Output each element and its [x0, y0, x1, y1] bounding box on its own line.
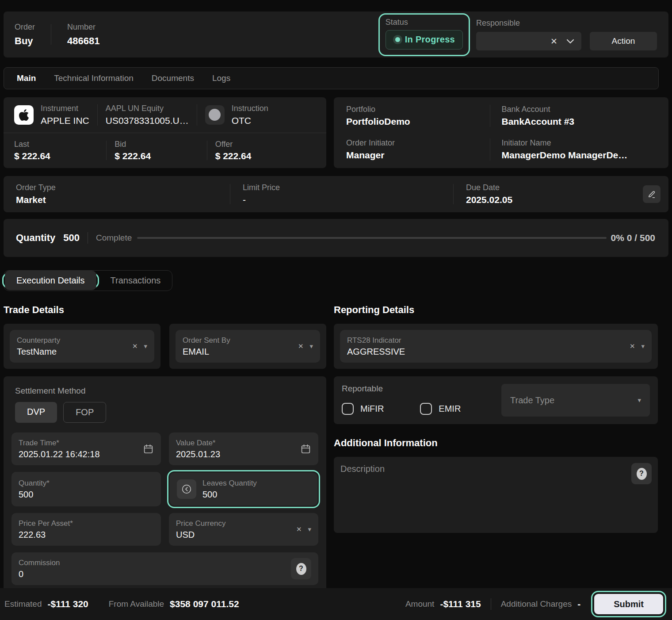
number-label: Number: [67, 23, 99, 32]
calendar-icon[interactable]: [143, 444, 154, 455]
portfolio-group: Portfolio PortfolioDemo: [346, 105, 501, 127]
price-per-asset-value: 222.63: [19, 530, 154, 540]
settlement-option-fop[interactable]: FOP: [63, 402, 106, 423]
order-side-value: Buy: [15, 35, 35, 47]
instruction-group: Instruction OTC: [232, 104, 268, 126]
clear-icon[interactable]: ✕: [630, 342, 635, 350]
reporting-details-column: Reporting Details RTS28 Indicator AGGRES…: [334, 304, 658, 593]
responsible-select[interactable]: ✕: [476, 32, 581, 50]
chevron-down-icon[interactable]: [566, 39, 574, 44]
divider: [207, 141, 207, 160]
tab-transactions[interactable]: Transactions: [99, 271, 172, 291]
divider: [453, 184, 454, 204]
divider: [230, 184, 230, 204]
help-button[interactable]: ?: [291, 558, 311, 579]
rts28-value: AGGRESSIVE: [347, 347, 626, 357]
bid-value: $ 222.64: [115, 151, 151, 161]
clear-icon[interactable]: ✕: [296, 525, 302, 533]
apple-logo-icon: [14, 105, 34, 125]
instrument-top-row: Instrument APPLE INC AAPL UN Equity US03…: [4, 97, 326, 133]
due-date-value: 2025.02.05: [466, 195, 512, 205]
bank-account-value: BankAccount #3: [502, 116, 657, 127]
divider: [88, 232, 88, 244]
initiator-name-group: Initiator Name ManagerDemo ManagerDe…: [490, 138, 657, 161]
order-initiator-label: Order Initiator: [346, 138, 501, 148]
quantity-field-label: Quantity*: [19, 479, 154, 488]
instruction-label: Instruction: [232, 104, 268, 113]
price-per-asset-field[interactable]: Price Per Asset* 222.63: [11, 513, 161, 546]
edit-button[interactable]: [643, 185, 661, 203]
amount-value: -$111 315: [440, 599, 481, 609]
trade-time-value: 2025.01.22 16:42:18: [19, 449, 139, 459]
quantity-field[interactable]: Quantity* 500: [11, 472, 161, 506]
tab-documents[interactable]: Documents: [152, 73, 194, 83]
tab-technical-information[interactable]: Technical Information: [54, 73, 134, 83]
counterparty-value: TestName: [17, 347, 129, 357]
tab-main[interactable]: Main: [17, 73, 36, 83]
emir-checkbox-item: EMIR: [420, 403, 461, 415]
calendar-icon[interactable]: [300, 444, 311, 455]
commission-field[interactable]: Commission 0 ?: [11, 552, 318, 585]
portfolio-value: PortfolioDemo: [346, 116, 501, 127]
price-currency-value: USD: [176, 530, 293, 540]
initiator-name-value: ManagerDemo ManagerDe…: [502, 150, 657, 161]
rts28-select[interactable]: RTS28 Indicator AGGRESSIVE ✕ ▾: [340, 330, 652, 363]
action-button[interactable]: Action: [590, 32, 657, 50]
due-date-group: Due Date 2025.02.05: [466, 183, 512, 205]
order-side-group: Order Buy: [15, 23, 35, 47]
mifir-checkbox[interactable]: [342, 403, 354, 415]
bank-account-label: Bank Account: [502, 105, 657, 114]
order-sent-by-select[interactable]: Order Sent By EMAIL ✕ ▾: [176, 330, 320, 363]
clear-icon[interactable]: ✕: [132, 342, 138, 350]
dropdown-arrow-icon[interactable]: ▾: [641, 342, 645, 350]
last-label: Last: [14, 140, 50, 149]
amount-label: Amount: [405, 599, 434, 609]
quantity-row: Quantity 500 Complete 0% 0 / 500: [4, 219, 668, 257]
tab-execution-details[interactable]: Execution Details: [5, 271, 96, 290]
trade-type-select[interactable]: Trade Type ▾: [501, 384, 650, 417]
counterparty-select[interactable]: Counterparty TestName ✕ ▾: [10, 330, 154, 363]
settlement-option-dvp[interactable]: DVP: [15, 402, 57, 423]
description-textarea[interactable]: [340, 464, 622, 526]
instrument-name-group: Instrument APPLE INC: [41, 104, 89, 126]
settlement-method-toggle: DVP FOP: [15, 402, 318, 423]
status-badge[interactable]: In Progress: [386, 30, 463, 50]
order-label: Order: [15, 23, 35, 32]
clear-icon[interactable]: ✕: [298, 342, 304, 350]
additional-information-heading: Additional Information: [334, 437, 658, 449]
clear-icon[interactable]: ✕: [550, 36, 557, 46]
estimated-value: -$111 320: [47, 599, 88, 609]
counterparty-card: Counterparty TestName ✕ ▾: [4, 324, 160, 369]
question-icon: ?: [637, 468, 647, 480]
quote-offer: Offer $ 222.64: [215, 140, 316, 161]
portfolio-label: Portfolio: [346, 105, 501, 114]
detail-columns: Trade Details Counterparty TestName ✕ ▾: [4, 304, 658, 593]
reportable-checkboxes: MiFIR EMIR: [342, 403, 461, 415]
price-currency-select[interactable]: Price Currency USD ✕ ▾: [169, 513, 318, 546]
leaves-quantity-field[interactable]: Leaves Quantity 500: [170, 473, 317, 505]
header-divider: [51, 24, 51, 45]
commission-value: 0: [19, 569, 291, 579]
divider: [197, 104, 197, 126]
submit-button[interactable]: Submit: [594, 594, 663, 614]
dropdown-arrow-icon[interactable]: ▾: [308, 525, 311, 533]
quote-bid: Bid $ 222.64: [115, 140, 215, 161]
trade-time-field[interactable]: Trade Time* 2025.01.22 16:42:18: [11, 432, 161, 465]
tab-logs[interactable]: Logs: [212, 73, 230, 83]
last-value: $ 222.64: [14, 151, 50, 161]
value-date-label: Value Date*: [176, 439, 297, 448]
arrow-left-circle-icon[interactable]: [177, 479, 196, 499]
from-available-label: From Available: [109, 599, 164, 609]
additional-charges-value: -: [577, 599, 580, 609]
value-date-field[interactable]: Value Date* 2025.01.23: [169, 432, 318, 465]
help-button[interactable]: ?: [631, 463, 652, 484]
emir-checkbox[interactable]: [420, 403, 432, 415]
dropdown-arrow-icon[interactable]: ▾: [309, 342, 313, 350]
price-currency-label: Price Currency: [176, 519, 293, 528]
portfolio-card: Portfolio PortfolioDemo Bank Account Ban…: [334, 97, 668, 168]
additional-charges-label: Additional Charges: [501, 599, 572, 609]
trade-details-column: Trade Details Counterparty TestName ✕ ▾: [4, 304, 326, 593]
divider: [97, 104, 98, 126]
dropdown-arrow-icon[interactable]: ▾: [144, 342, 147, 350]
order-footer: Estimated -$111 320 From Available $358 …: [0, 588, 672, 620]
